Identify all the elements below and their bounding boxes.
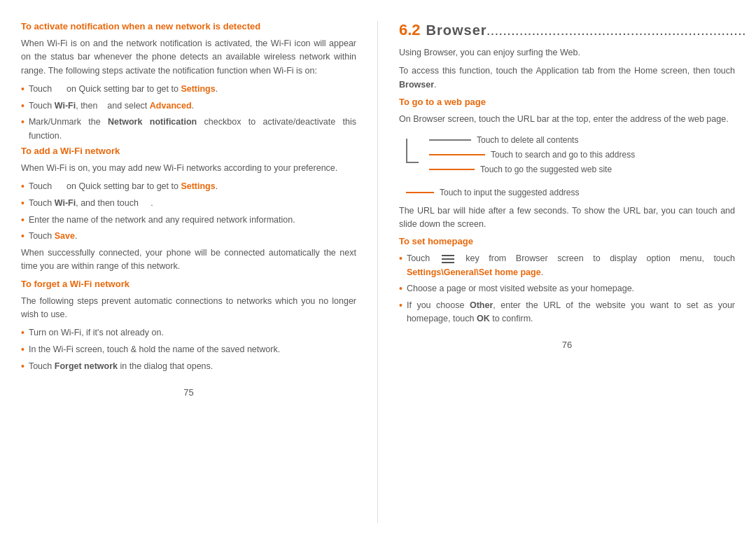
- bullet-text: Enter the name of the network and any re…: [29, 214, 295, 227]
- heading-forget-wifi: To forget a Wi-Fi network: [21, 279, 356, 289]
- chapter-heading: 6.2 Browser.............................…: [399, 21, 735, 39]
- right-column: 6.2 Browser.............................…: [378, 21, 742, 523]
- left-column: To activate notification when a new netw…: [14, 21, 378, 523]
- bullet-text: If you choose Other, enter the URL of th…: [407, 299, 735, 326]
- wifi-bold-2: Wi-Fi: [55, 198, 76, 208]
- para-forget-wifi: The following steps prevent automatic co…: [21, 295, 356, 322]
- section-add-wifi: To add a Wi-Fi network When Wi-Fi is on,…: [21, 146, 356, 274]
- bullet-touch-settings-2: • Touch on Quick setting bar to get to S…: [21, 180, 356, 194]
- heading-add-wifi: To add a Wi-Fi network: [21, 146, 356, 156]
- bullet-touch-save: • Touch Save.: [21, 230, 356, 244]
- para-activate-notification: When Wi-Fi is on and the network notific…: [21, 37, 356, 78]
- bullet-turn-on-wifi: • Turn on Wi-Fi, if it's not already on.: [21, 326, 356, 340]
- chapter-dots: ........................................…: [487, 26, 747, 37]
- bullet-enter-network: • Enter the name of the network and any …: [21, 214, 356, 228]
- label-search: Touch to search and go to this address: [429, 150, 635, 160]
- label-text: Touch to go the suggested web site: [480, 165, 612, 174]
- bullet-wifi-advanced: • Touch Wi-Fi, then and select Advanced.: [21, 99, 356, 113]
- para-add-wifi: When Wi-Fi is on, you may add new Wi-Fi …: [21, 162, 356, 175]
- para-connected: When successfully connected, your phone …: [21, 246, 356, 274]
- svg-rect-2: [442, 262, 454, 263]
- para-url-hide: The URL bar will hide after a few second…: [399, 204, 735, 232]
- bullet-text: Touch Forget network in the dialog that …: [29, 360, 213, 373]
- line-orange-medium: [429, 169, 475, 170]
- bullet-text: Choose a page or most visited website as…: [407, 282, 634, 295]
- bullet-text: Touch on Quick setting bar to get to Set…: [29, 83, 218, 96]
- line-orange-short: [406, 192, 434, 193]
- diagram-labels: Touch to delete all contents Touch to se…: [429, 135, 635, 179]
- bullet-text: Touch on Quick setting bar to get to Set…: [29, 180, 218, 193]
- bullet-dot: •: [21, 360, 24, 374]
- bullet-dot: •: [399, 282, 402, 296]
- label-input-text: Touch to input the suggested address: [440, 188, 579, 197]
- advanced-bold: Advanced: [150, 101, 192, 111]
- page-container: To activate notification when a new netw…: [0, 0, 756, 537]
- bullet-text: Turn on Wi-Fi, if it's not already on.: [29, 326, 164, 340]
- heading-activate-notification: To activate notification when a new netw…: [21, 21, 356, 32]
- para-url-bar: On Browser screen, touch the URL bar at …: [399, 113, 735, 126]
- bullet-network-notification: • Mark/Unmark the Network notification c…: [21, 116, 356, 143]
- settings-bold: Settings: [181, 84, 215, 94]
- chapter-title: Browser.................................…: [426, 22, 747, 39]
- para-browser-intro: Using Browser, you can enjoy surfing the…: [399, 46, 735, 60]
- label-input-row: Touch to input the suggested address: [406, 188, 735, 197]
- bullet-dot: •: [21, 343, 24, 357]
- bullet-text: Touch Save.: [29, 230, 78, 243]
- page-number-right: 76: [399, 340, 735, 350]
- forget-network-bold: Forget network: [55, 361, 118, 371]
- menu-icon: [442, 254, 454, 264]
- svg-rect-0: [442, 255, 454, 256]
- label-text: Touch to delete all contents: [477, 135, 578, 145]
- svg-rect-1: [442, 258, 454, 260]
- label-text: Touch to search and go to this address: [491, 150, 635, 160]
- bullet-forget-network: • Touch Forget network in the dialog tha…: [21, 360, 356, 374]
- settings-bold-2: Settings: [181, 181, 215, 191]
- section-go-to-web-page: To go to a web page On Browser screen, t…: [399, 97, 735, 231]
- section-activate-notification: To activate notification when a new netw…: [21, 21, 356, 143]
- settings-path-bold: Settings\General\Set home page: [407, 267, 541, 277]
- network-notification-bold: Network notification: [108, 117, 197, 127]
- bullet-hold-network: • In the Wi-Fi screen, touch & hold the …: [21, 343, 356, 357]
- bullet-dot: •: [21, 214, 24, 228]
- bullet-text: Touch key from Browser screen to display…: [407, 252, 735, 279]
- line-orange-long: [429, 154, 485, 155]
- wifi-bold: Wi-Fi: [55, 101, 76, 111]
- browser-bold: Browser: [399, 80, 434, 90]
- page-number-left: 75: [21, 387, 356, 398]
- bullet-other-url: • If you choose Other, enter the URL of …: [399, 299, 735, 326]
- bullet-text: Touch Wi-Fi, then and select Advanced.: [29, 99, 194, 113]
- bullet-dot: •: [399, 252, 402, 266]
- section-set-homepage: To set homepage • Touch key from Browser…: [399, 236, 735, 326]
- bullet-touch-menu: • Touch key from Browser screen to displ…: [399, 252, 735, 279]
- section-forget-wifi: To forget a Wi-Fi network The following …: [21, 279, 356, 374]
- bullet-text: Touch Wi-Fi, and then touch .: [29, 197, 153, 210]
- chapter-number: 6.2: [399, 21, 421, 39]
- save-bold: Save: [55, 231, 75, 241]
- bullet-dot: •: [21, 230, 24, 244]
- heading-set-homepage: To set homepage: [399, 236, 735, 246]
- heading-go-to-web-page: To go to a web page: [399, 97, 735, 107]
- bullet-dot: •: [21, 83, 24, 97]
- bullet-touch-settings-1: • Touch on Quick setting bar to get to S…: [21, 83, 356, 97]
- bullet-dot: •: [399, 299, 402, 313]
- label-delete: Touch to delete all contents: [429, 135, 635, 145]
- bullet-dot: •: [21, 116, 24, 130]
- bullet-dot: •: [21, 326, 24, 340]
- bullet-wifi-touch: • Touch Wi-Fi, and then touch .: [21, 197, 356, 211]
- other-bold: Other: [470, 300, 493, 310]
- bullet-dot: •: [21, 197, 24, 211]
- label-suggested-web: Touch to go the suggested web site: [429, 165, 635, 174]
- line-gray: [429, 139, 471, 141]
- bullet-choose-page: • Choose a page or most visited website …: [399, 282, 735, 296]
- ok-bold: OK: [477, 314, 490, 323]
- bullet-text: In the Wi-Fi screen, touch & hold the na…: [29, 343, 280, 356]
- bullet-text: Mark/Unmark the Network notification che…: [29, 116, 356, 143]
- bullet-dot: •: [21, 180, 24, 194]
- para-browser-access: To access this function, touch the Appli…: [399, 64, 735, 92]
- url-diagram: Touch to delete all contents Touch to se…: [406, 135, 735, 179]
- bullet-dot: •: [21, 99, 24, 113]
- url-bracket: [406, 139, 419, 163]
- chapter-title-text: Browser: [426, 22, 487, 38]
